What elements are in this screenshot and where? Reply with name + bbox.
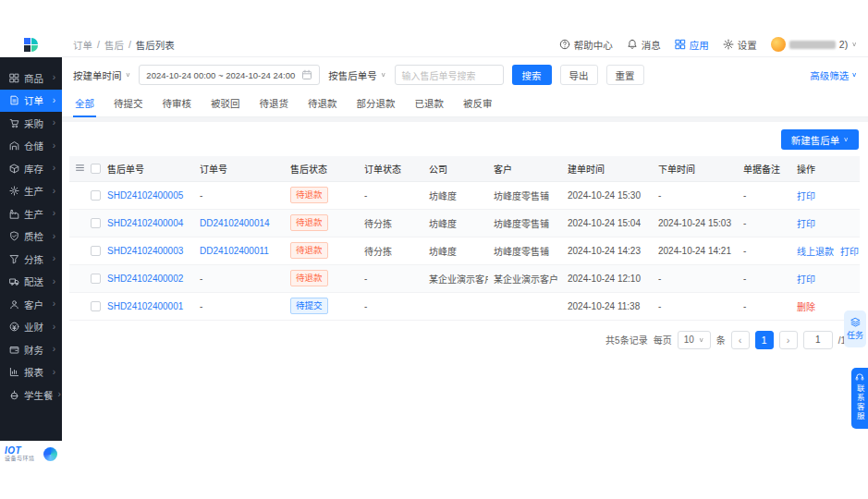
tab-pending-review[interactable]: 待审核 [161,91,194,116]
sidebar-item-production[interactable]: 生产› [0,180,62,203]
column-header: 公司 [423,156,488,181]
chevron-right-icon: › [58,390,61,399]
action-link[interactable]: 打印 [797,219,815,229]
table-row: SHD24102400004DD24102400014待退款待分拣坊峰度坊峰度零… [69,209,860,237]
cart-icon [9,118,19,128]
advanced-filter-link[interactable]: 高级筛选 ∨ [810,68,857,82]
topbar-actions: 帮助中心 消息 应用 设置 2) ∨ [559,37,868,52]
search-input[interactable]: 输入售后单号搜索 [395,65,504,85]
tab-partial-refund[interactable]: 部分退款 [355,91,397,116]
date-range-input[interactable]: 2024-10-24 00:00 ~ 2024-10-24 24:00 [139,65,320,85]
tab-rejected[interactable]: 被驳回 [209,91,242,116]
table-row: SHD24102400001-待提交-2024-10-24 11:38--删除 [69,292,860,320]
chevron-right-icon: › [53,96,55,105]
sidebar-item-student-meals[interactable]: 学生餐› [0,383,62,407]
row-checkbox[interactable] [91,190,101,201]
calendar-icon [301,69,312,80]
sidebar-item-production-2[interactable]: 生产› [0,202,62,225]
sidebar-item-reports[interactable]: 报表› [0,361,62,384]
messages-link[interactable]: 消息 [627,38,661,52]
sidebar-item-label: 学生餐 [24,388,54,402]
cell-customer [488,292,562,320]
sidebar-item-purchase[interactable]: 采购› [0,112,62,135]
page-size-select[interactable]: 10 ∨ [678,331,711,349]
action-link[interactable]: 删除 [797,302,815,312]
sidebar-item-orders[interactable]: 订单› [0,90,62,113]
search-type-select[interactable]: 按售后单号 ∨ [328,68,385,82]
order-no-link[interactable]: DD24102400011 [200,246,269,256]
status-badge: 待退款 [290,242,328,258]
action-link[interactable]: 打印 [797,191,815,201]
user-menu[interactable]: 2) ∨ [771,37,857,52]
row-checkbox[interactable] [91,246,101,256]
breadcrumb-separator: / [97,39,100,50]
cell-created-time: 2024-10-24 15:30 [562,181,653,209]
headset-icon [855,372,864,382]
prev-page-button[interactable]: ‹ [731,331,750,349]
filter-bar: 按建单时间 ∨ 2024-10-24 00:00 ~ 2024-10-24 24… [62,57,868,91]
sidebar-item-products[interactable]: 商品› [0,67,62,90]
brand-logo[interactable] [0,32,62,56]
sidebar-item-warehouse[interactable]: 仓储› [0,135,62,158]
sidebar-item-qc[interactable]: 质检› [0,225,62,249]
aftersale-no-link[interactable]: SHD24102400004 [107,218,183,228]
jump-page-input[interactable] [803,331,833,349]
shield-icon [9,231,19,241]
action-link[interactable]: 打印 [840,247,859,257]
cell-aftersale-status: 待退款 [285,237,359,264]
page-1-button[interactable]: 1 [755,331,774,349]
sidebar-item-inventory[interactable]: 库存› [0,157,62,180]
row-checkbox[interactable] [91,218,101,228]
time-type-select[interactable]: 按建单时间 ∨ [73,68,130,82]
tab-re-review[interactable]: 被反审 [461,91,495,116]
sidebar-item-sorting[interactable]: 分拣› [0,248,62,271]
cell-company: 坊峰度 [423,181,488,209]
help-center-link[interactable]: 帮助中心 [559,38,613,52]
cell-actions: 打印 [791,181,860,209]
tab-pending-return[interactable]: 待退货 [258,91,291,116]
menu-icon[interactable] [75,163,85,173]
apps-link[interactable]: 应用 [675,38,709,52]
sidebar-item-delivery[interactable]: 配送› [0,271,62,294]
select-all-checkbox[interactable] [91,164,101,174]
cell-created-time: 2024-10-24 14:23 [562,237,653,264]
aftersale-no-link[interactable]: SHD24102400002 [107,274,183,284]
sidebar-item-customers[interactable]: 客户› [0,293,62,316]
sidebar-item-finance[interactable]: 财务› [0,338,62,361]
row-checkbox[interactable] [91,274,101,284]
sidebar-item-biz-finance[interactable]: 业财› [0,316,62,339]
settings-link[interactable]: 设置 [723,38,757,52]
breadcrumb-item-aftersale[interactable]: 售后 [104,38,124,52]
aftersale-no-link[interactable]: SHD24102400001 [107,301,183,311]
cell-order-no: - [194,181,285,209]
aftersale-no-link[interactable]: SHD24102400005 [107,190,183,201]
reset-button[interactable]: 重置 [606,65,644,85]
breadcrumb-item-orders[interactable]: 订单 [73,38,92,52]
next-page-button[interactable]: › [779,331,798,349]
cell-note: - [738,209,791,237]
new-aftersale-button[interactable]: 新建售后单 ∨ [781,129,859,150]
tab-all[interactable]: 全部 [73,91,96,116]
factory-icon [9,209,19,219]
iot-logo-icon [43,447,57,461]
column-header: 订单状态 [359,156,423,181]
action-link[interactable]: 线上退款 [797,247,834,257]
chevron-right-icon: › [53,232,55,241]
search-button[interactable]: 搜索 [512,65,552,85]
tab-pending-submit[interactable]: 待提交 [112,91,145,116]
tab-refunded[interactable]: 已退款 [413,91,446,116]
action-link[interactable]: 打印 [797,274,815,285]
tasks-float-button[interactable]: 任务 [844,310,866,347]
tab-pending-refund[interactable]: 待退款 [306,91,339,116]
advanced-filter-label: 高级筛选 [810,68,849,82]
chevron-right-icon: › [53,209,55,218]
cell-order-no: - [194,292,285,320]
column-header: 订单号 [194,156,285,181]
contact-support-float-button[interactable]: 联系客服 [851,368,868,429]
aftersale-no-link[interactable]: SHD24102400003 [107,246,183,256]
warehouse-icon [9,140,19,151]
export-button[interactable]: 导出 [560,65,598,85]
row-checkbox[interactable] [91,301,101,311]
order-no-link[interactable]: DD24102400014 [200,218,270,228]
cell-order-status: 待分拣 [359,209,423,237]
